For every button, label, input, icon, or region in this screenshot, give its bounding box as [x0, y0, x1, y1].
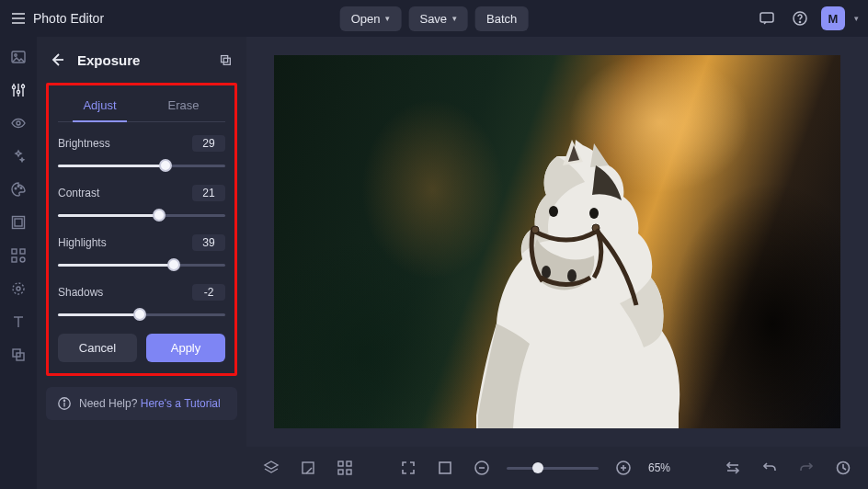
tool-adjust[interactable] — [9, 81, 28, 99]
tool-elements[interactable] — [9, 246, 28, 265]
contrast-value[interactable]: 21 — [192, 185, 225, 201]
highlights-value[interactable]: 39 — [192, 234, 225, 251]
shadows-value[interactable]: -2 — [192, 284, 225, 301]
svg-rect-32 — [223, 58, 230, 64]
history-icon[interactable] — [831, 456, 855, 480]
help-icon[interactable] — [788, 6, 812, 30]
undo-icon[interactable] — [758, 456, 782, 480]
svg-point-7 — [15, 54, 17, 56]
svg-point-17 — [20, 188, 22, 189]
brightness-value[interactable]: 29 — [192, 135, 225, 152]
slider-brightness: Brightness29 — [58, 135, 225, 172]
svg-point-40 — [531, 226, 539, 233]
svg-point-24 — [13, 283, 24, 294]
tool-effects[interactable] — [9, 147, 28, 165]
svg-rect-46 — [347, 470, 351, 474]
svg-rect-44 — [347, 461, 351, 466]
svg-point-37 — [589, 208, 599, 219]
apply-button[interactable]: Apply — [146, 334, 225, 362]
tool-text[interactable] — [9, 313, 28, 331]
horse-illustration — [458, 140, 734, 428]
slider-contrast: Contrast21 — [58, 185, 225, 222]
svg-point-13 — [21, 85, 24, 87]
tool-palette[interactable] — [9, 180, 28, 199]
highlights-slider[interactable] — [58, 258, 225, 271]
shadows-slider[interactable] — [58, 308, 225, 321]
svg-rect-20 — [12, 249, 17, 254]
svg-point-35 — [63, 400, 64, 401]
redo-icon[interactable] — [794, 456, 818, 480]
help-banner[interactable]: Need Help? Here's a Tutorial — [46, 387, 237, 420]
tool-eye[interactable] — [9, 114, 28, 132]
app-title: Photo Editor — [33, 11, 104, 26]
svg-point-36 — [549, 206, 558, 217]
back-button[interactable] — [46, 49, 68, 71]
export-icon[interactable] — [296, 456, 320, 480]
tool-frame[interactable] — [9, 213, 28, 232]
svg-point-39 — [567, 269, 577, 282]
chevron-down-icon: ▾ — [385, 14, 390, 23]
svg-rect-47 — [440, 462, 451, 473]
svg-point-5 — [799, 21, 800, 22]
fullscreen-icon[interactable] — [396, 456, 420, 480]
layers-icon[interactable] — [259, 456, 283, 480]
svg-rect-22 — [12, 257, 17, 262]
tool-overlay[interactable] — [9, 346, 28, 364]
contrast-slider[interactable] — [58, 209, 225, 222]
info-icon — [57, 396, 72, 411]
copy-icon[interactable] — [213, 48, 237, 72]
svg-point-25 — [17, 287, 20, 290]
svg-rect-19 — [15, 219, 22, 226]
slider-highlights: Highlights39 — [58, 234, 225, 271]
tool-retouch[interactable] — [9, 279, 28, 298]
svg-point-23 — [20, 257, 25, 262]
feedback-icon[interactable] — [755, 6, 779, 30]
svg-rect-31 — [222, 56, 228, 63]
zoom-in-icon[interactable] — [611, 456, 635, 480]
brightness-slider[interactable] — [58, 159, 225, 172]
svg-rect-3 — [760, 13, 773, 22]
tab-adjust[interactable]: Adjust — [58, 93, 142, 121]
chevron-down-icon[interactable]: ▾ — [854, 14, 859, 23]
panel-title: Exposure — [77, 52, 204, 68]
zoom-value: 65% — [648, 461, 681, 474]
exposure-controls-highlight: Adjust Erase Brightness29 Contrast21 Hig… — [46, 83, 237, 376]
batch-button[interactable]: Batch — [475, 6, 528, 31]
photo-preview — [274, 55, 840, 428]
open-button[interactable]: Open▾ — [340, 6, 402, 31]
slider-shadows: Shadows-2 — [58, 284, 225, 321]
canvas-area[interactable] — [246, 37, 868, 447]
svg-point-9 — [12, 85, 15, 88]
compare-icon[interactable] — [721, 456, 745, 480]
zoom-slider[interactable] — [507, 461, 599, 474]
chevron-down-icon: ▾ — [452, 14, 457, 23]
hamburger-menu[interactable] — [9, 9, 28, 28]
svg-rect-43 — [338, 461, 343, 466]
tutorial-link[interactable]: Here's a Tutorial — [141, 397, 221, 410]
svg-point-15 — [15, 188, 17, 189]
save-button[interactable]: Save▾ — [408, 6, 468, 31]
svg-point-16 — [17, 186, 19, 188]
svg-rect-21 — [20, 249, 25, 254]
tool-image[interactable] — [9, 48, 28, 66]
cancel-button[interactable]: Cancel — [58, 334, 137, 362]
svg-point-14 — [17, 121, 20, 125]
tab-erase[interactable]: Erase — [142, 93, 225, 121]
grid-icon[interactable] — [333, 456, 357, 480]
svg-point-11 — [17, 90, 19, 93]
svg-rect-45 — [338, 470, 343, 474]
fit-icon[interactable] — [433, 456, 457, 480]
zoom-out-icon[interactable] — [470, 456, 494, 480]
avatar[interactable]: M — [821, 6, 845, 30]
